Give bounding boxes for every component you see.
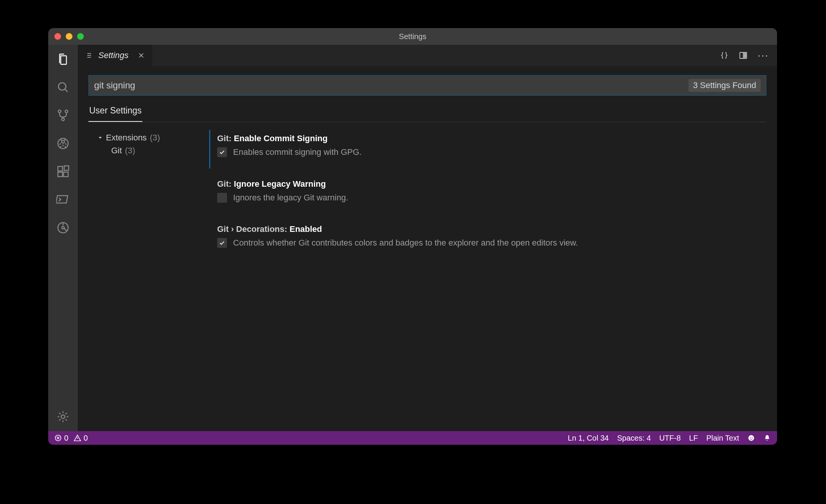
error-icon [54, 434, 62, 442]
search-icon[interactable] [55, 80, 71, 95]
svg-point-12 [61, 415, 65, 419]
setting-name: Enable Commit Signing [234, 134, 328, 143]
list-icon [85, 52, 93, 59]
svg-rect-8 [64, 172, 68, 177]
window-title: Settings [48, 32, 777, 41]
tab-label: Settings [98, 50, 129, 60]
status-problems[interactable]: 0 0 [54, 434, 88, 443]
status-feedback-icon[interactable] [747, 434, 755, 442]
status-eol[interactable]: LF [689, 434, 698, 443]
svg-rect-14 [744, 53, 746, 58]
open-settings-json-icon[interactable] [720, 51, 729, 60]
svg-point-0 [58, 83, 66, 90]
warning-icon [74, 434, 81, 442]
debug-icon[interactable] [55, 136, 71, 151]
settings-scope-tabs: User Settings [88, 106, 766, 122]
svg-point-1 [58, 110, 61, 113]
status-bar: 0 0 Ln 1, Col 34 Spaces: 4 UTF-8 LF Plai… [48, 431, 777, 445]
more-actions-icon[interactable]: ··· [758, 50, 769, 61]
close-icon[interactable] [138, 52, 145, 59]
svg-point-3 [62, 118, 65, 121]
settings-gear-icon[interactable] [55, 409, 71, 424]
svg-rect-9 [64, 166, 69, 170]
gitlens-icon[interactable] [55, 220, 71, 235]
setting-checkbox[interactable] [217, 147, 227, 157]
svg-point-2 [65, 110, 68, 113]
setting-item: Git: Ignore Legacy Warning Ignores the l… [209, 175, 766, 214]
toc-git-label: Git [111, 146, 122, 156]
toc-git-count: (3) [125, 146, 135, 156]
status-indentation[interactable]: Spaces: 4 [617, 434, 651, 443]
terminal-panel-icon[interactable] [55, 192, 71, 207]
setting-checkbox[interactable] [217, 193, 227, 203]
tab-settings[interactable]: Settings [78, 45, 152, 66]
setting-description: Controls whether Git contributes colors … [233, 237, 578, 249]
status-notifications-icon[interactable] [763, 434, 771, 442]
settings-results: Git: Enable Commit Signing Enables commi… [206, 129, 766, 431]
app-window: Settings [48, 28, 777, 445]
setting-scope: Git: [217, 179, 232, 189]
settings-search-input[interactable] [94, 80, 684, 91]
explorer-icon[interactable] [55, 52, 71, 67]
svg-point-5 [61, 140, 65, 143]
svg-rect-6 [58, 167, 63, 171]
setting-scope: Git: [217, 134, 232, 143]
status-warning-count: 0 [84, 434, 88, 443]
svg-point-18 [752, 437, 752, 438]
setting-item: Git › Decorations: Enabled Controls whet… [209, 220, 766, 259]
chevron-down-icon [98, 135, 103, 140]
tab-user-settings[interactable]: User Settings [88, 106, 142, 122]
source-control-icon[interactable] [55, 108, 71, 123]
setting-scope: Git › Decorations: [217, 224, 287, 234]
settings-search[interactable]: 3 Settings Found [88, 75, 766, 96]
toc-extensions[interactable]: Extensions (3) [88, 131, 206, 144]
settings-search-results-badge: 3 Settings Found [689, 79, 761, 92]
toc-extensions-count: (3) [150, 133, 160, 143]
setting-name: Ignore Legacy Warning [234, 179, 326, 189]
svg-point-17 [750, 437, 750, 438]
activity-bar [48, 45, 78, 431]
status-error-count: 0 [64, 434, 68, 443]
tab-bar: Settings ··· [78, 45, 777, 66]
toc-git[interactable]: Git (3) [88, 144, 206, 157]
status-encoding[interactable]: UTF-8 [659, 434, 681, 443]
status-cursor-position[interactable]: Ln 1, Col 34 [568, 434, 609, 443]
extensions-icon[interactable] [55, 164, 71, 179]
editor-area: Settings ··· [78, 45, 777, 431]
setting-name: Enabled [290, 224, 322, 234]
settings-toc: Extensions (3) Git (3) [88, 129, 206, 431]
setting-item: Git: Enable Commit Signing Enables commi… [209, 130, 766, 169]
svg-point-16 [749, 435, 754, 441]
toc-extensions-label: Extensions [106, 133, 147, 143]
setting-description: Ignores the legacy Git warning. [233, 192, 348, 203]
svg-rect-7 [58, 172, 63, 177]
title-bar: Settings [48, 28, 777, 45]
setting-checkbox[interactable] [217, 238, 227, 248]
setting-description: Enables commit signing with GPG. [233, 146, 362, 158]
split-editor-icon[interactable] [739, 51, 748, 60]
status-language-mode[interactable]: Plain Text [706, 434, 739, 443]
